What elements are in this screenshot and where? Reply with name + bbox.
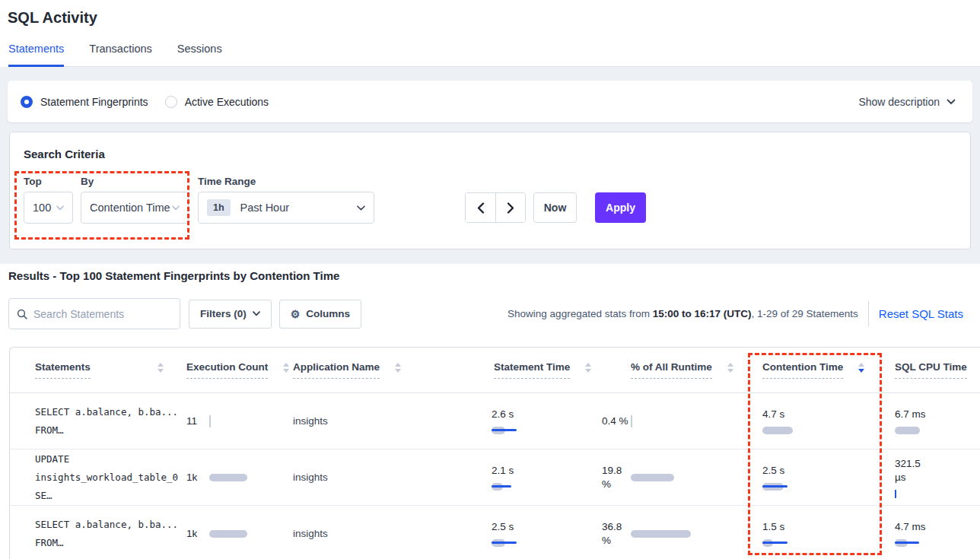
bar-chart xyxy=(492,482,602,491)
bar-chart xyxy=(492,538,602,548)
statement-line: FROM… xyxy=(35,534,186,552)
bar-chart xyxy=(895,426,980,435)
sql-cpu-time-cell: 4.7 ms xyxy=(895,520,980,548)
bar-chart xyxy=(631,529,762,538)
bar-grey xyxy=(631,474,674,481)
statement-line: SELECT a.balance, b.ba... xyxy=(35,403,186,421)
bar-line xyxy=(492,485,511,488)
tab-sessions[interactable]: Sessions xyxy=(177,43,222,66)
bar-line xyxy=(762,485,788,488)
column-header-execution-count[interactable]: Execution Count xyxy=(186,361,293,379)
column-header-sql-cpu-time[interactable]: SQL CPU Time xyxy=(895,361,980,379)
statement-fingerprint-link[interactable]: SELECT a.balance, b.ba...FROM… xyxy=(10,516,186,552)
cell-value: 36.8 % xyxy=(602,520,631,548)
bar-chart xyxy=(895,538,980,548)
bar-grey xyxy=(895,427,920,434)
page-title: SQL Activity xyxy=(8,8,980,27)
sort-icon[interactable] xyxy=(158,363,164,373)
table-row: SELECT a.balance, b.ba...FROM…11insights… xyxy=(10,393,980,449)
top-label: Top xyxy=(24,176,73,187)
bar-tick xyxy=(631,415,632,427)
tab-statements[interactable]: Statements xyxy=(8,43,64,67)
execution-count-cell: 1k xyxy=(186,471,293,484)
cell-value: 2.5 s xyxy=(762,464,895,478)
column-header-statement-time[interactable]: Statement Time xyxy=(492,361,602,379)
sort-icon[interactable] xyxy=(395,363,401,373)
bar-chart xyxy=(631,417,762,426)
bar-chart xyxy=(492,426,602,435)
execution-count-cell: 11 xyxy=(186,414,293,428)
radio-label: Active Executions xyxy=(185,96,269,108)
show-description-label: Show description xyxy=(858,96,940,108)
pct-runtime-cell: 19.8 % xyxy=(602,464,762,491)
time-range-badge: 1h xyxy=(207,199,231,216)
by-field-group: By Contention Time xyxy=(81,176,189,224)
cell-value: 11 xyxy=(186,414,209,428)
by-select-value: Contention Time xyxy=(90,202,170,214)
statement-fingerprint-link[interactable]: SELECT a.balance, b.ba...FROM… xyxy=(10,403,186,440)
top-select[interactable]: 100 xyxy=(24,192,73,224)
bar-chart xyxy=(762,482,895,491)
time-range-label: Time Range xyxy=(198,176,374,187)
cell-value: 19.8 % xyxy=(602,464,631,491)
aggregated-stats-text: Showing aggregated stats from 15:00 to 1… xyxy=(508,308,858,319)
radio-label: Statement Fingerprints xyxy=(40,96,148,108)
column-header-statements[interactable]: Statements xyxy=(10,361,186,379)
bar-chart xyxy=(762,538,895,548)
bar-chart xyxy=(209,529,293,538)
search-statements-input[interactable] xyxy=(33,308,172,320)
statement-line: FROM… xyxy=(35,421,186,440)
chevron-left-icon xyxy=(477,202,485,214)
columns-button[interactable]: ⚙ Columns xyxy=(279,300,361,329)
radio-unselected-icon[interactable] xyxy=(165,96,177,108)
application-name-cell: insights xyxy=(293,472,492,483)
now-button[interactable]: Now xyxy=(533,192,577,223)
statement-line: insights_workload_table_0 SE… xyxy=(35,468,186,505)
reset-sql-stats-link[interactable]: Reset SQL Stats xyxy=(879,307,963,320)
filters-button[interactable]: Filters (0) xyxy=(189,300,272,329)
contention-time-cell: 1.5 s xyxy=(762,520,895,548)
sort-icon[interactable] xyxy=(283,363,289,373)
columns-button-label: Columns xyxy=(306,308,350,319)
bar-tick xyxy=(895,490,896,498)
contention-time-cell: 4.7 s xyxy=(762,408,895,435)
sql-activity-page: SQL Activity Statements Transactions Ses… xyxy=(0,0,980,559)
sort-icon-descending[interactable] xyxy=(858,363,864,373)
next-time-window-button[interactable] xyxy=(495,193,525,222)
previous-time-window-button[interactable] xyxy=(466,193,495,222)
results-heading: Results - Top 100 Statement Fingerprints… xyxy=(8,269,980,282)
column-header-pct-runtime[interactable]: % of All Runtime xyxy=(602,361,762,379)
column-header-contention-time[interactable]: Contention Time xyxy=(762,361,895,379)
statement-line: SELECT a.balance, b.ba... xyxy=(35,516,186,534)
bar-chart xyxy=(895,489,980,498)
radio-active-executions[interactable]: Active Executions xyxy=(165,96,269,108)
time-range-value: Past Hour xyxy=(240,202,289,214)
cell-value: 2.6 s xyxy=(492,408,602,421)
by-select[interactable]: Contention Time xyxy=(81,192,189,224)
search-criteria-heading: Search Criteria xyxy=(24,148,956,160)
cell-value: 1k xyxy=(186,471,209,484)
cell-value: 2.5 s xyxy=(492,520,602,534)
bar-chart xyxy=(631,473,762,482)
statement-fingerprint-link[interactable]: UPDATEinsights_workload_table_0 SE… xyxy=(10,450,186,505)
show-description-toggle[interactable]: Show description xyxy=(858,96,956,108)
apply-button[interactable]: Apply xyxy=(595,192,646,223)
radio-statement-fingerprints[interactable]: Statement Fingerprints xyxy=(21,96,148,108)
tab-transactions[interactable]: Transactions xyxy=(89,43,151,66)
radio-selected-icon[interactable] xyxy=(21,96,33,108)
filters-button-label: Filters (0) xyxy=(200,308,247,319)
statements-table: Statements Execution Count Application N… xyxy=(9,347,980,559)
cell-value: 1.5 s xyxy=(762,520,895,534)
chevron-down-icon xyxy=(56,205,64,211)
time-range-select[interactable]: 1h Past Hour xyxy=(198,192,374,224)
top-select-value: 100 xyxy=(33,202,51,214)
time-window-stepper xyxy=(465,192,526,223)
bar-chart xyxy=(762,426,895,435)
sort-icon[interactable] xyxy=(585,363,591,373)
column-header-application-name[interactable]: Application Name xyxy=(293,361,492,379)
gear-icon: ⚙ xyxy=(291,309,301,319)
sort-icon[interactable] xyxy=(727,363,733,373)
sql-cpu-time-cell: 321.5 µs xyxy=(895,457,980,498)
cell-value: 6.7 ms xyxy=(895,408,931,421)
cell-value: 4.7 ms xyxy=(895,520,931,534)
